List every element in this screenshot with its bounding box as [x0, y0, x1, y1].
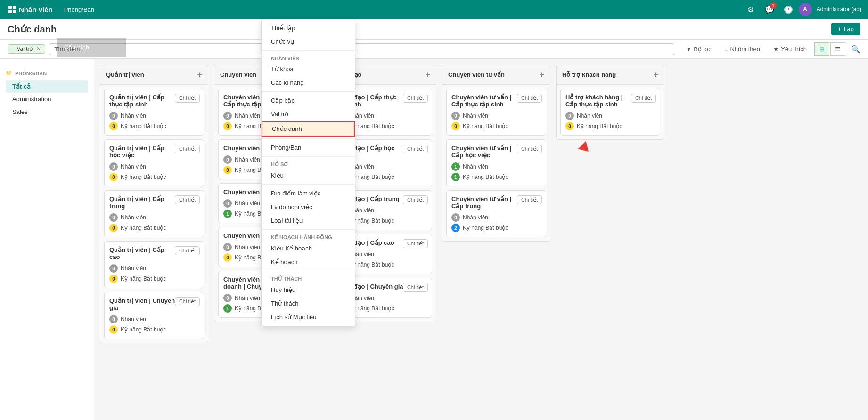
- chat-icon-btn[interactable]: 💬 1: [761, 1, 778, 18]
- menu-item-chức-vụ[interactable]: Chức vụ: [262, 35, 355, 48]
- clock-icon-btn[interactable]: 🕐: [780, 1, 797, 18]
- kanban-view-btn[interactable]: ⊞: [814, 42, 829, 56]
- create-button[interactable]: + Tạo: [831, 23, 860, 35]
- nav-item-tài-liệu-nhân-viên[interactable]: Tài liệu Nhân viên: [57, 19, 126, 38]
- kanban-card: Quản trị viên | Cấp thực tập sinh Chi ti…: [104, 89, 204, 136]
- detail-button[interactable]: Chi tiết: [403, 283, 428, 292]
- skill-label: Kỹ năng Bắt buộc: [121, 174, 166, 180]
- card-skill-stat: 0 Kỹ năng Bắt buộc: [109, 173, 199, 181]
- employee-label: Nhân viên: [577, 113, 602, 119]
- app-logo[interactable]: Nhân viên: [4, 6, 57, 14]
- filter-icon: ▼: [686, 46, 692, 53]
- app-name: Nhân viên: [19, 6, 53, 14]
- skill-label: Kỹ năng Bắt buộc: [463, 123, 508, 129]
- employee-label: Nhân viên: [235, 244, 260, 250]
- search-input[interactable]: [49, 43, 674, 55]
- menu-item-huy-hiệu[interactable]: Huy hiệu: [262, 283, 355, 297]
- menu-item-lịch-sử-mục-tiêu[interactable]: Lịch sử Mục tiêu: [262, 310, 355, 324]
- menu-item-loại-tài-liệu[interactable]: Loại tài liệu: [262, 214, 355, 227]
- detail-button[interactable]: Chi tiết: [403, 195, 428, 204]
- employee-label: Nhân viên: [235, 295, 260, 301]
- employee-count-badge: 0: [109, 315, 118, 323]
- kanban-card: Quản trị viên | Cấp học việc Chi tiết 0 …: [104, 139, 204, 186]
- filter-button[interactable]: ▼ Bộ lọc: [682, 44, 715, 55]
- kanban-card: Quản trị viên | Cấp trung Chi tiết 0 Nhâ…: [104, 190, 204, 237]
- kanban-add-btn-0[interactable]: +: [197, 70, 202, 80]
- card-employee-stat: 0 Nhân viên: [109, 315, 199, 323]
- detail-button[interactable]: Chi tiết: [175, 145, 200, 153]
- kanban-cards-0: Quản trị viên | Cấp thực tập sinh Chi ti…: [100, 85, 208, 343]
- skill-count-badge: 0: [109, 122, 118, 130]
- menu-item-các-kĩ-năng[interactable]: Các kĩ năng: [262, 76, 355, 89]
- sidebar-item-tất-cả[interactable]: Tất cả: [6, 80, 88, 93]
- menu-item-lý-do-nghi-việc[interactable]: Lý do nghi việc: [262, 200, 355, 214]
- detail-button[interactable]: Chi tiết: [403, 145, 428, 153]
- menu-item-phòng/ban[interactable]: Phòng/Ban: [262, 141, 355, 154]
- menu-divider-2: [262, 138, 355, 139]
- menu-item-địa-điểm-làm-việc[interactable]: Địa điểm làm việc: [262, 186, 355, 200]
- filter-tag-vaitro[interactable]: ≡ Vai trò ✕: [8, 44, 45, 54]
- employee-count-badge: 0: [223, 294, 232, 302]
- employee-label: Nhân viên: [463, 113, 488, 119]
- favorite-button[interactable]: ★ Yêu thích: [770, 44, 811, 55]
- card-employee-stat: 0 Nhân viên: [109, 162, 199, 171]
- detail-button[interactable]: Chi tiết: [517, 94, 542, 103]
- employee-count-badge: 0: [223, 243, 232, 251]
- menu-item-kế-hoạch[interactable]: Kế hoạch: [262, 255, 355, 269]
- list-view-btn[interactable]: ☰: [830, 42, 845, 56]
- detail-button[interactable]: Chi tiết: [175, 246, 200, 255]
- employee-label: Nhân viên: [235, 200, 260, 207]
- menu-item-từ-khóa[interactable]: Từ khóa: [262, 62, 355, 76]
- detail-button[interactable]: Chi tiết: [175, 297, 200, 306]
- column-title: Hỗ trợ khách hàng: [562, 71, 616, 78]
- search-icon[interactable]: 🔍: [851, 45, 860, 54]
- card-skill-stat: 1 Kỹ năng Bắt buộc: [451, 173, 541, 181]
- menu-item-thử-thách[interactable]: Thử thách: [262, 297, 355, 310]
- kanban-add-btn-2[interactable]: +: [425, 70, 430, 80]
- menu-item-kiểu[interactable]: Kiểu: [262, 169, 355, 182]
- skill-count-badge: 0: [451, 122, 460, 130]
- detail-button[interactable]: Chi tiết: [517, 145, 542, 153]
- user-label[interactable]: Administrator (ad): [814, 6, 864, 13]
- menu-item-kiểu-kế-hoạch[interactable]: Kiểu Kế hoạch: [262, 242, 355, 255]
- employee-label: Nhân viên: [235, 113, 260, 119]
- detail-button[interactable]: Chi tiết: [175, 195, 200, 204]
- column-title: Chuyên viên: [220, 71, 256, 78]
- kanban-column-header-3: Chuyên viên tư vấn+: [442, 65, 550, 85]
- kanban-card: Chuyên viên tư vấn | Cấp học việc Chi ti…: [446, 139, 546, 186]
- detail-button[interactable]: Chi tiết: [517, 195, 542, 204]
- cau-hinh-dropdown: Thiết lậpChức vụNhân viênTừ khóaCác kĩ n…: [261, 19, 355, 326]
- kanban-cards-3: Chuyên viên tư vấn | Cấp thực tập sinh C…: [442, 85, 550, 241]
- kanban-add-btn-3[interactable]: +: [539, 70, 544, 80]
- skill-count-badge: 1: [223, 304, 232, 313]
- settings-icon-btn[interactable]: ⚙: [742, 1, 759, 18]
- menu-item-cấp-bậc[interactable]: Cấp bậc: [262, 94, 355, 107]
- kanban-column-header-4: Hỗ trợ khách hàng+: [557, 65, 664, 85]
- menu-item-vai-trò[interactable]: Vai trò: [262, 107, 355, 121]
- employee-label: Nhân viên: [121, 214, 146, 221]
- kanban-add-btn-4[interactable]: +: [653, 70, 658, 80]
- detail-button[interactable]: Chi tiết: [631, 94, 656, 103]
- employee-label: Nhân viên: [121, 113, 146, 119]
- menu-item-chức-danh[interactable]: Chức danh: [262, 121, 355, 137]
- nav-item-cấu-hình[interactable]: Cấu hình: [57, 38, 126, 57]
- detail-button[interactable]: Chi tiết: [175, 94, 200, 103]
- filter-tag-label: Vai trò: [16, 46, 33, 52]
- kanban-board: Quản trị viên+ Quản trị viên | Cấp thực …: [94, 59, 868, 420]
- skill-count-badge: 0: [109, 224, 118, 232]
- skill-count-badge: 0: [109, 275, 118, 283]
- menu-item-thiết-lập[interactable]: Thiết lập: [262, 21, 355, 35]
- employee-count-badge: 0: [451, 112, 460, 120]
- employee-count-badge: 0: [223, 155, 232, 164]
- sidebar-item-sales[interactable]: Sales: [6, 105, 88, 118]
- nav-item-phòng/ban[interactable]: Phòng/Ban: [57, 0, 126, 19]
- detail-button[interactable]: Chi tiết: [403, 94, 428, 103]
- sidebar-item-administration[interactable]: Administration: [6, 93, 88, 105]
- card-employee-stat: 0 Nhân viên: [109, 112, 199, 120]
- filter-tag-close[interactable]: ✕: [36, 46, 41, 52]
- detail-button[interactable]: Chi tiết: [403, 239, 428, 248]
- group-by-button[interactable]: ≡ Nhóm theo: [721, 44, 764, 55]
- employee-label: Nhân viên: [121, 265, 146, 272]
- kanban-cards-4: Hỗ trợ khách hàng | Cấp thực tập sinh Ch…: [557, 85, 664, 139]
- card-skill-stat: 0 Kỹ năng Bắt buộc: [109, 275, 199, 283]
